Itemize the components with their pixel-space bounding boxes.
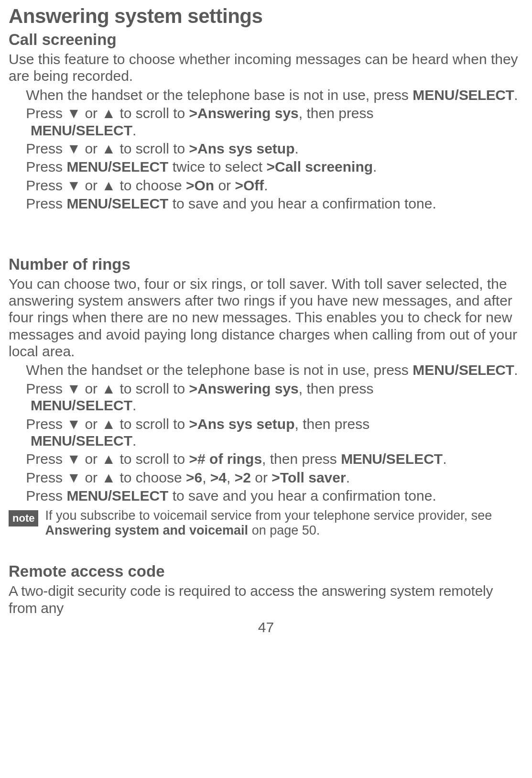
step-number: 1. — [9, 87, 22, 103]
step-number: 2. — [9, 380, 22, 397]
page-number: 47 — [9, 619, 523, 636]
note-bold: Answering system and voicemail — [45, 523, 248, 537]
step-text: twice to select — [168, 159, 266, 175]
arrow-down-icon: ▼ — [66, 470, 81, 485]
section-call-screening: Call screening Use this feature to choos… — [9, 31, 523, 212]
step-text: to scroll to — [116, 381, 189, 396]
menu-label: MENU — [66, 488, 108, 504]
step-number: 2. — [9, 105, 22, 121]
step-text: , then press — [299, 381, 374, 396]
step-3: 3. Press ▼ or ▲ to scroll to >Ans sys se… — [9, 140, 523, 157]
select-label: /SELECT — [382, 451, 443, 467]
option-toll-saver: >Toll saver — [271, 470, 346, 485]
arrow-down-icon: ▼ — [66, 105, 81, 121]
menu-label: MENU/ — [413, 362, 459, 378]
step-text: or — [81, 470, 101, 485]
note-part: on page 50. — [248, 523, 320, 537]
step-text: or — [81, 381, 101, 396]
step-text: . — [346, 470, 350, 485]
step-text: , — [227, 470, 235, 485]
arrow-up-icon: ▲ — [101, 177, 116, 193]
step-text: to choose — [116, 177, 186, 193]
step-2: 2. Press ▼ or ▲ to scroll to >Answering … — [9, 105, 523, 139]
arrow-up-icon: ▲ — [101, 105, 116, 121]
step-text: Press — [26, 159, 66, 175]
select-label: /SELECT — [108, 488, 169, 504]
step-text: . — [264, 177, 268, 193]
select-label: /SELECT — [72, 433, 132, 449]
arrow-up-icon: ▲ — [101, 141, 116, 156]
menu-label: MENU — [31, 122, 72, 138]
step-text: Press — [26, 105, 66, 121]
section-remote-access-code: Remote access code A two-digit security … — [9, 562, 523, 616]
step-2: 2. Press ▼ or ▲ to scroll to >Answering … — [9, 380, 523, 414]
step-number: 5. — [9, 469, 22, 486]
step-text: to scroll to — [116, 416, 189, 432]
step-text: . — [132, 122, 136, 138]
menu-item: >Answering sys — [189, 381, 299, 396]
select-label: /SELECT — [108, 196, 169, 211]
option-2: >2 — [235, 470, 251, 485]
arrow-up-icon: ▲ — [101, 416, 116, 432]
note-text: If you subscribe to voicemail service fr… — [45, 508, 523, 539]
step-text: or — [251, 470, 271, 485]
steps-call-screening: 1. When the handset or the telephone bas… — [9, 87, 523, 212]
step-text: or — [214, 177, 235, 193]
menu-item: >Call screening — [266, 159, 373, 175]
menu-label: MENU — [341, 451, 382, 467]
step-text: Press — [26, 451, 66, 467]
step-text: to choose — [116, 470, 186, 485]
menu-item: >Answering sys — [189, 105, 299, 121]
heading-call-screening: Call screening — [9, 31, 523, 49]
option-on: >On — [186, 177, 214, 193]
heading-number-of-rings: Number of rings — [9, 255, 523, 274]
step-text: . — [294, 141, 298, 156]
step-5: 5. Press ▼ or ▲ to choose >6, >4, >2 or … — [9, 469, 523, 486]
arrow-down-icon: ▼ — [66, 451, 81, 467]
step-text: Press — [26, 381, 66, 396]
step-text: . — [443, 451, 446, 467]
step-number: 3. — [9, 416, 22, 432]
select-label: /SELECT — [72, 397, 132, 413]
arrow-up-icon: ▲ — [101, 381, 116, 396]
step-text: or — [81, 416, 101, 432]
menu-item: >Ans sys setup — [189, 416, 295, 432]
step-4: 4. Press MENU/SELECT twice to select >Ca… — [9, 158, 523, 175]
step-text: , then press — [294, 416, 369, 432]
step-number: 5. — [9, 177, 22, 194]
step-text: , then press — [262, 451, 341, 467]
step-text: Press — [26, 141, 66, 156]
step-text: , then press — [299, 105, 374, 121]
section-number-of-rings: Number of rings You can choose two, four… — [9, 255, 523, 539]
manual-page: Answering system settings Call screening… — [0, 0, 532, 636]
step-number: 4. — [9, 450, 22, 467]
step-4: 4. Press ▼ or ▲ to scroll to ># of rings… — [9, 450, 523, 467]
page-title: Answering system settings — [9, 5, 523, 28]
step-6: 6. Press MENU/SELECT to save and you hea… — [9, 195, 523, 212]
arrow-up-icon: ▲ — [101, 470, 116, 485]
step-text: or — [81, 451, 101, 467]
step-text: or — [81, 105, 101, 121]
note-tag: note — [9, 510, 38, 526]
option-off: >Off — [235, 177, 264, 193]
menu-label: MENU — [66, 196, 108, 211]
step-text: When the handset or the telephone base i… — [26, 362, 413, 378]
arrow-down-icon: ▼ — [66, 177, 81, 193]
option-6: >6 — [186, 470, 202, 485]
step-text: to save and you hear a confirmation tone… — [168, 488, 436, 504]
select-label: /SELECT — [108, 159, 169, 175]
arrow-down-icon: ▼ — [66, 381, 81, 396]
step-5: 5. Press ▼ or ▲ to choose >On or >Off. — [9, 177, 523, 194]
step-text: . — [132, 397, 136, 413]
step-text: Press — [26, 196, 66, 211]
step-text: Press — [26, 177, 66, 193]
step-text: . — [514, 87, 518, 103]
menu-label: MENU/ — [413, 87, 459, 103]
step-number: 6. — [9, 195, 22, 212]
step-number: 4. — [9, 158, 22, 175]
intro-number-of-rings: You can choose two, four or six rings, o… — [9, 275, 523, 360]
step-1: 1. When the handset or the telephone bas… — [9, 362, 523, 378]
menu-item: ># of rings — [189, 451, 262, 467]
step-text: Press — [26, 488, 66, 504]
select-label: SELECT — [459, 362, 514, 378]
